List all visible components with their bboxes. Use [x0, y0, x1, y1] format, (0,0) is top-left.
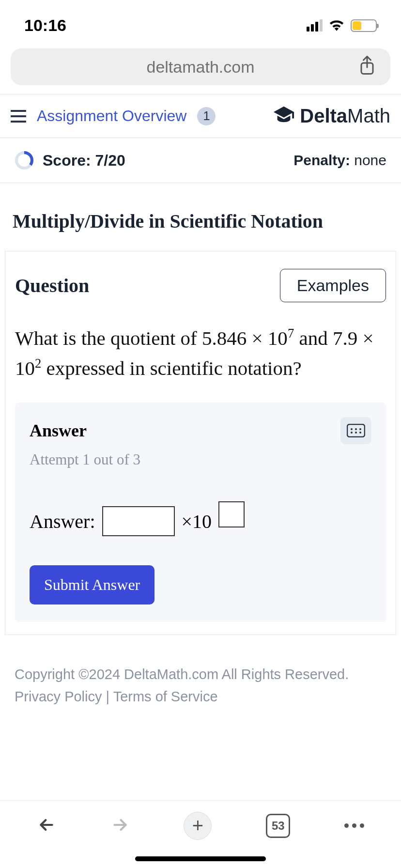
battery-icon [351, 19, 377, 32]
question-heading: Question [15, 274, 89, 297]
url-bar[interactable]: deltamath.com [11, 48, 390, 85]
answer-heading: Answer [30, 420, 87, 441]
answer-panel: Answer Attempt 1 out of 3 Answer: ×10 Su… [15, 403, 386, 622]
attempt-text: Attempt 1 out of 3 [30, 451, 371, 468]
home-indicator[interactable] [135, 856, 266, 861]
url-text: deltamath.com [147, 58, 255, 77]
tabs-button[interactable]: 53 [266, 814, 290, 838]
share-button[interactable] [358, 56, 376, 78]
app-header: Assignment Overview 1 DeltaMath [0, 94, 401, 138]
status-time: 10:16 [24, 16, 66, 35]
score-row: Score: 7/20 Penalty: none [0, 138, 401, 183]
section-title: Multiply/Divide in Scientific Notation [0, 183, 401, 251]
svg-point-5 [355, 428, 357, 430]
status-bar: 10:16 [0, 0, 401, 48]
question-card: Question Examples What is the quotient o… [5, 251, 396, 635]
times-ten-text: ×10 [182, 510, 212, 533]
brand-light: Math [347, 105, 390, 126]
brand-logo[interactable]: DeltaMath [273, 105, 390, 127]
svg-point-6 [359, 428, 361, 430]
score-text: Score: 7/20 [43, 152, 125, 170]
copyright-text: Copyright ©2024 DeltaMath.com All Rights… [15, 663, 386, 685]
assignment-overview-link[interactable]: Assignment Overview [37, 107, 186, 125]
privacy-policy-link[interactable]: Privacy Policy [15, 689, 102, 704]
assignment-count-badge: 1 [197, 107, 216, 125]
coefficient-input[interactable] [102, 506, 175, 536]
forward-button[interactable] [110, 815, 130, 837]
wifi-icon [328, 18, 345, 33]
submit-answer-button[interactable]: Submit Answer [30, 565, 154, 604]
graduation-cap-icon [273, 105, 295, 127]
question-prompt: What is the quotient of 5.846 × 107 and … [15, 324, 386, 383]
footer: Copyright ©2024 DeltaMath.com All Rights… [0, 635, 401, 723]
more-menu-button[interactable] [344, 823, 364, 828]
cellular-signal-icon [307, 19, 323, 31]
penalty-text: Penalty: none [293, 152, 386, 169]
svg-point-7 [351, 432, 353, 434]
menu-icon[interactable] [11, 110, 26, 123]
svg-point-9 [359, 432, 361, 434]
brand-bold: Delta [300, 105, 347, 126]
svg-rect-3 [347, 424, 365, 437]
examples-button[interactable]: Examples [280, 269, 386, 302]
keyboard-button[interactable] [340, 417, 371, 444]
progress-ring-icon [15, 151, 34, 170]
svg-point-8 [355, 432, 357, 434]
terms-link[interactable]: Terms of Service [113, 689, 218, 704]
status-icons [307, 18, 377, 33]
answer-label: Answer: [30, 510, 95, 533]
back-button[interactable] [37, 815, 56, 837]
exponent-input[interactable] [218, 501, 245, 527]
svg-point-4 [351, 428, 353, 430]
new-tab-button[interactable]: + [184, 812, 212, 840]
